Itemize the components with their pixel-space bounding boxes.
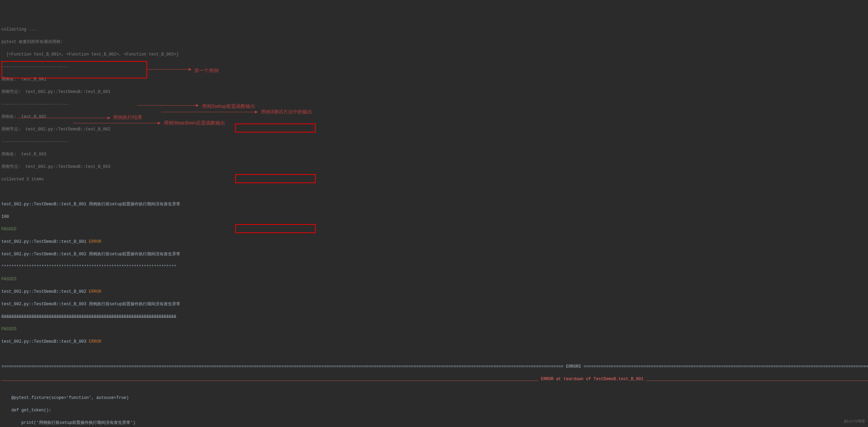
case3-name: 用例名: test_B_003 [1, 151, 867, 157]
arrow-icon [73, 120, 161, 127]
test1-output: 100 [1, 214, 867, 220]
case1-node: 用例节点: test_002.py::TestDemoB::test_B_001 [1, 89, 867, 95]
test3-setup: test_002.py::TestDemoB::test_B_003 用例执行前… [1, 301, 867, 307]
separator: --------------------------- [1, 64, 867, 70]
collected-count: collected 3 items [1, 176, 867, 182]
case2-name: 用例名: test_B_002 [1, 114, 867, 120]
test2-output: ****************************************… [1, 264, 867, 270]
test1-setup: test_002.py::TestDemoB::test_B_001 用例执行前… [1, 201, 867, 207]
test3-error-line: test_002.py::TestDemoB::test_B_003 ERROR [1, 339, 867, 345]
blank-line [1, 189, 867, 195]
test1-error-line: test_002.py::TestDemoB::test_B_001 ERROR [1, 239, 867, 245]
separator: --------------------------- [1, 101, 867, 108]
separator: --------------------------- [1, 139, 867, 145]
case1-name: 用例名: test_B_001 [1, 76, 867, 83]
test2-passed: PASSED [1, 276, 867, 282]
test3-output: &&&&&&&&&&&&&&&&&&&&&&&&&&&&&&&&&&&&&&&&… [1, 314, 867, 320]
error-keyword: ERROR [89, 289, 101, 294]
collecting-line: collecting ... [1, 26, 867, 33]
svg-marker-5 [255, 111, 258, 113]
test2-error-line: test_002.py::TestDemoB::test_B_002 ERROR [1, 289, 867, 295]
test1-passed: PASSED [1, 226, 867, 232]
blank-line [1, 351, 867, 357]
pytest-header: pytest 收集到的所有测试用例: [1, 39, 867, 45]
error-keyword: ERROR [89, 339, 101, 344]
case2-node: 用例节点: test_002.py::TestDemoB::test_B_002 [1, 126, 867, 133]
def-line: def get_token(): [1, 407, 867, 413]
teardown-error-1: ________________________________________… [1, 376, 867, 382]
annotation-teardown-output: 用例3teardown后置函数输出 [164, 119, 225, 127]
test3-passed: PASSED [1, 326, 867, 332]
function-list: [<Function test_B_001>, <Function test_B… [1, 51, 867, 58]
test2-setup: test_002.py::TestDemoB::test_B_002 用例执行前… [1, 251, 867, 257]
case3-node: 用例节点: test_002.py::TestDemoB::test_B_003 [1, 164, 867, 170]
fixture-decorator: @pytest.fixture(scope='function', autous… [1, 395, 867, 401]
error-keyword: ERROR [89, 239, 101, 244]
errors-header: ========================================… [1, 364, 867, 370]
print-line: print('用例执行前setup前置操作执行期间没有发生异常') [1, 420, 867, 426]
watermark: @51CTO博客 [844, 419, 865, 425]
svg-marker-9 [158, 122, 161, 125]
